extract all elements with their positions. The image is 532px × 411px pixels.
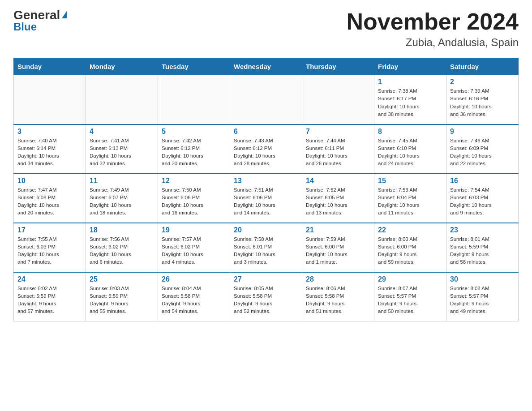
day-info: Sunrise: 7:43 AMSunset: 6:12 PMDaylight:… bbox=[234, 137, 298, 168]
calendar-cell: 24Sunrise: 8:02 AMSunset: 5:59 PMDayligh… bbox=[14, 272, 86, 321]
calendar-cell: 9Sunrise: 7:46 AMSunset: 6:09 PMDaylight… bbox=[446, 124, 519, 174]
day-info: Sunrise: 7:44 AMSunset: 6:11 PMDaylight:… bbox=[306, 137, 370, 168]
calendar-week-row: 17Sunrise: 7:55 AMSunset: 6:03 PMDayligh… bbox=[14, 223, 519, 272]
day-info: Sunrise: 8:02 AMSunset: 5:59 PMDaylight:… bbox=[17, 285, 82, 316]
calendar-cell: 13Sunrise: 7:51 AMSunset: 6:06 PMDayligh… bbox=[230, 174, 302, 223]
day-info: Sunrise: 7:56 AMSunset: 6:02 PMDaylight:… bbox=[90, 235, 154, 266]
day-info: Sunrise: 8:06 AMSunset: 5:58 PMDaylight:… bbox=[306, 285, 370, 316]
calendar-table: SundayMondayTuesdayWednesdayThursdayFrid… bbox=[13, 58, 519, 321]
day-info: Sunrise: 8:03 AMSunset: 5:59 PMDaylight:… bbox=[90, 285, 154, 316]
day-number: 26 bbox=[162, 275, 226, 283]
calendar-cell: 12Sunrise: 7:50 AMSunset: 6:06 PMDayligh… bbox=[158, 174, 230, 223]
calendar-cell: 10Sunrise: 7:47 AMSunset: 6:08 PMDayligh… bbox=[14, 174, 86, 223]
day-info: Sunrise: 7:49 AMSunset: 6:07 PMDaylight:… bbox=[90, 186, 154, 217]
calendar-cell bbox=[302, 75, 374, 124]
calendar-cell bbox=[230, 75, 302, 124]
day-number: 24 bbox=[17, 275, 82, 283]
calendar-cell: 26Sunrise: 8:04 AMSunset: 5:58 PMDayligh… bbox=[158, 272, 230, 321]
day-number: 8 bbox=[378, 128, 442, 136]
calendar-cell: 6Sunrise: 7:43 AMSunset: 6:12 PMDaylight… bbox=[230, 124, 302, 174]
day-number: 11 bbox=[90, 177, 154, 185]
weekday-header-sunday: Sunday bbox=[14, 58, 86, 75]
weekday-header-saturday: Saturday bbox=[446, 58, 519, 75]
day-number: 9 bbox=[450, 128, 515, 136]
calendar-cell: 15Sunrise: 7:53 AMSunset: 6:04 PMDayligh… bbox=[374, 174, 446, 223]
day-number: 19 bbox=[162, 226, 226, 234]
calendar-title-area: November 2024 Zubia, Andalusia, Spain bbox=[347, 9, 519, 49]
calendar-cell: 30Sunrise: 8:08 AMSunset: 5:57 PMDayligh… bbox=[446, 272, 519, 321]
calendar-cell: 22Sunrise: 8:00 AMSunset: 6:00 PMDayligh… bbox=[374, 223, 446, 272]
weekday-header-row: SundayMondayTuesdayWednesdayThursdayFrid… bbox=[14, 58, 519, 75]
day-number: 25 bbox=[90, 275, 154, 283]
day-number: 5 bbox=[162, 128, 226, 136]
day-number: 10 bbox=[17, 177, 82, 185]
calendar-cell: 28Sunrise: 8:06 AMSunset: 5:58 PMDayligh… bbox=[302, 272, 374, 321]
calendar-cell: 21Sunrise: 7:59 AMSunset: 6:00 PMDayligh… bbox=[302, 223, 374, 272]
day-number: 18 bbox=[90, 226, 154, 234]
day-number: 21 bbox=[306, 226, 370, 234]
weekday-header-tuesday: Tuesday bbox=[158, 58, 230, 75]
day-info: Sunrise: 8:07 AMSunset: 5:57 PMDaylight:… bbox=[378, 285, 442, 316]
logo-triangle-icon bbox=[62, 11, 67, 18]
day-number: 4 bbox=[90, 128, 154, 136]
calendar-cell: 27Sunrise: 8:05 AMSunset: 5:58 PMDayligh… bbox=[230, 272, 302, 321]
day-info: Sunrise: 7:42 AMSunset: 6:12 PMDaylight:… bbox=[162, 137, 226, 168]
calendar-cell: 8Sunrise: 7:45 AMSunset: 6:10 PMDaylight… bbox=[374, 124, 446, 174]
calendar-cell bbox=[14, 75, 86, 124]
day-info: Sunrise: 7:47 AMSunset: 6:08 PMDaylight:… bbox=[17, 186, 82, 217]
calendar-cell: 16Sunrise: 7:54 AMSunset: 6:03 PMDayligh… bbox=[446, 174, 519, 223]
day-number: 27 bbox=[234, 275, 298, 283]
day-number: 28 bbox=[306, 275, 370, 283]
logo-blue: Blue bbox=[13, 21, 37, 33]
calendar-week-row: 10Sunrise: 7:47 AMSunset: 6:08 PMDayligh… bbox=[14, 174, 519, 223]
calendar-cell: 7Sunrise: 7:44 AMSunset: 6:11 PMDaylight… bbox=[302, 124, 374, 174]
calendar-cell: 20Sunrise: 7:58 AMSunset: 6:01 PMDayligh… bbox=[230, 223, 302, 272]
day-info: Sunrise: 7:58 AMSunset: 6:01 PMDaylight:… bbox=[234, 235, 298, 266]
day-info: Sunrise: 7:40 AMSunset: 6:14 PMDaylight:… bbox=[17, 137, 82, 168]
day-info: Sunrise: 7:57 AMSunset: 6:02 PMDaylight:… bbox=[162, 235, 226, 266]
day-info: Sunrise: 7:54 AMSunset: 6:03 PMDaylight:… bbox=[450, 186, 515, 217]
day-number: 12 bbox=[162, 177, 226, 185]
calendar-cell: 11Sunrise: 7:49 AMSunset: 6:07 PMDayligh… bbox=[86, 174, 158, 223]
calendar-cell: 5Sunrise: 7:42 AMSunset: 6:12 PMDaylight… bbox=[158, 124, 230, 174]
day-number: 30 bbox=[450, 275, 515, 283]
day-info: Sunrise: 8:05 AMSunset: 5:58 PMDaylight:… bbox=[234, 285, 298, 316]
logo-general: General bbox=[13, 9, 60, 21]
calendar-cell: 2Sunrise: 7:39 AMSunset: 6:16 PMDaylight… bbox=[446, 75, 519, 124]
day-info: Sunrise: 8:01 AMSunset: 5:59 PMDaylight:… bbox=[450, 235, 515, 266]
day-info: Sunrise: 8:00 AMSunset: 6:00 PMDaylight:… bbox=[378, 235, 442, 266]
day-number: 20 bbox=[234, 226, 298, 234]
calendar-subtitle: Zubia, Andalusia, Spain bbox=[347, 36, 519, 49]
day-number: 7 bbox=[306, 128, 370, 136]
calendar-cell: 14Sunrise: 7:52 AMSunset: 6:05 PMDayligh… bbox=[302, 174, 374, 223]
calendar-cell: 19Sunrise: 7:57 AMSunset: 6:02 PMDayligh… bbox=[158, 223, 230, 272]
calendar-cell: 25Sunrise: 8:03 AMSunset: 5:59 PMDayligh… bbox=[86, 272, 158, 321]
calendar-cell: 17Sunrise: 7:55 AMSunset: 6:03 PMDayligh… bbox=[14, 223, 86, 272]
day-number: 16 bbox=[450, 177, 515, 185]
weekday-header-thursday: Thursday bbox=[302, 58, 374, 75]
day-number: 6 bbox=[234, 128, 298, 136]
day-number: 23 bbox=[450, 226, 515, 234]
day-info: Sunrise: 8:04 AMSunset: 5:58 PMDaylight:… bbox=[162, 285, 226, 316]
logo: General Blue bbox=[13, 9, 67, 33]
calendar-week-row: 24Sunrise: 8:02 AMSunset: 5:59 PMDayligh… bbox=[14, 272, 519, 321]
day-info: Sunrise: 7:51 AMSunset: 6:06 PMDaylight:… bbox=[234, 186, 298, 217]
day-number: 29 bbox=[378, 275, 442, 283]
day-info: Sunrise: 7:45 AMSunset: 6:10 PMDaylight:… bbox=[378, 137, 442, 168]
calendar-cell bbox=[158, 75, 230, 124]
calendar-week-row: 1Sunrise: 7:38 AMSunset: 6:17 PMDaylight… bbox=[14, 75, 519, 124]
weekday-header-friday: Friday bbox=[374, 58, 446, 75]
day-info: Sunrise: 8:08 AMSunset: 5:57 PMDaylight:… bbox=[450, 285, 515, 316]
weekday-header-wednesday: Wednesday bbox=[230, 58, 302, 75]
day-number: 15 bbox=[378, 177, 442, 185]
calendar-cell: 1Sunrise: 7:38 AMSunset: 6:17 PMDaylight… bbox=[374, 75, 446, 124]
day-info: Sunrise: 7:55 AMSunset: 6:03 PMDaylight:… bbox=[17, 235, 82, 266]
day-number: 1 bbox=[378, 78, 442, 86]
day-number: 22 bbox=[378, 226, 442, 234]
calendar-cell: 3Sunrise: 7:40 AMSunset: 6:14 PMDaylight… bbox=[14, 124, 86, 174]
calendar-cell: 4Sunrise: 7:41 AMSunset: 6:13 PMDaylight… bbox=[86, 124, 158, 174]
calendar-cell: 18Sunrise: 7:56 AMSunset: 6:02 PMDayligh… bbox=[86, 223, 158, 272]
day-info: Sunrise: 7:39 AMSunset: 6:16 PMDaylight:… bbox=[450, 87, 515, 118]
calendar-cell: 29Sunrise: 8:07 AMSunset: 5:57 PMDayligh… bbox=[374, 272, 446, 321]
calendar-title: November 2024 bbox=[347, 9, 519, 34]
